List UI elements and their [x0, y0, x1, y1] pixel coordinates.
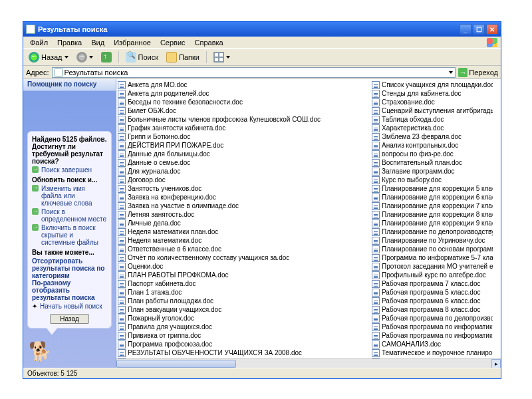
- file-item[interactable]: ДЕЙСТВИЯ ПРИ ПОЖАРЕ.doc: [118, 141, 369, 150]
- file-item[interactable]: Рабочая программа по делопроизводству.do…: [372, 314, 493, 323]
- file-item[interactable]: Сценарий выступления агитбригады ЮИД Кул…: [372, 106, 493, 115]
- file-item[interactable]: Анкета для МО.doc: [118, 80, 369, 89]
- file-item[interactable]: Протокол заседания МО учителей естествен…: [372, 262, 493, 271]
- views-button[interactable]: [211, 51, 233, 63]
- back-dropdown-icon[interactable]: [65, 56, 68, 59]
- file-item[interactable]: Паспорт кабинета.doc: [118, 279, 369, 288]
- file-item[interactable]: Рабочая программа 7 класс.doc: [372, 279, 493, 288]
- new-search-link[interactable]: Начать новый поиск: [40, 303, 102, 310]
- file-item[interactable]: Планирование для коррекции 6 класс.doc: [372, 193, 493, 201]
- search-button[interactable]: Поиск: [123, 51, 161, 63]
- file-item[interactable]: Неделя математики.doc: [118, 236, 369, 245]
- file-item[interactable]: Рабочая программа 8 класс.doc: [372, 305, 493, 314]
- minimize-button[interactable]: _: [460, 24, 471, 35]
- file-item[interactable]: Данные о семье.doc: [118, 158, 369, 167]
- forward-dropdown-icon[interactable]: [89, 56, 93, 59]
- scroll-thumb[interactable]: [116, 360, 236, 368]
- menu-fav[interactable]: Избранное: [110, 38, 155, 47]
- file-item[interactable]: Больничные листы членов профсоюза Кулешо…: [118, 115, 369, 124]
- address-field[interactable]: Результаты поиска: [52, 67, 456, 78]
- file-item[interactable]: Заявка на конференцию.doc: [118, 193, 369, 201]
- search-done-link[interactable]: Поиск завершен: [41, 166, 92, 174]
- file-item[interactable]: Пожарный уголок.doc: [118, 314, 369, 323]
- file-item[interactable]: Стенды для кабинета.doc: [372, 89, 493, 98]
- file-item[interactable]: Занятость учеников.doc: [118, 184, 369, 193]
- file-item[interactable]: Таблица обхода.doc: [372, 115, 493, 124]
- file-item[interactable]: Тематическое и поурочное планирование по…: [372, 348, 493, 357]
- file-item[interactable]: Планирование по Угриновичу.doc: [372, 236, 493, 245]
- file-item[interactable]: Рабочая программа 6 класс.doc: [372, 297, 493, 305]
- file-item[interactable]: Курс по выбору.doc: [372, 176, 493, 184]
- file-item[interactable]: САМОАНАЛИЗ.doc: [372, 340, 493, 348]
- file-item[interactable]: Билет ОБЖ.doc: [118, 106, 369, 115]
- menu-help[interactable]: Справка: [191, 38, 227, 47]
- file-item[interactable]: Анкета для родителей.doc: [118, 89, 369, 98]
- file-item[interactable]: Страхование.doc: [372, 98, 493, 106]
- file-item[interactable]: Данные для больницы.doc: [118, 150, 369, 158]
- menu-tools[interactable]: Сервис: [156, 38, 190, 47]
- horizontal-scrollbar[interactable]: ▸: [116, 358, 501, 368]
- doc-icon: [118, 306, 126, 314]
- file-item[interactable]: Заглавие программ.doc: [372, 167, 493, 176]
- file-item[interactable]: Рабочая программа по информатике для 10-…: [372, 323, 493, 331]
- file-item[interactable]: Правила для учащихся.doc: [118, 323, 369, 331]
- maximize-button[interactable]: ☐: [473, 24, 485, 35]
- file-item[interactable]: Договор.doc: [118, 176, 369, 184]
- menu-view[interactable]: Вид: [87, 38, 108, 47]
- file-item[interactable]: Эмблема 23 февраля.doc: [372, 132, 493, 141]
- file-item[interactable]: РЕЗУЛЬТАТЫ ОБУЧЕННОСТИ УЧАЩИХСЯ ЗА 2008.…: [118, 348, 369, 357]
- file-item[interactable]: План работы площадки.doc: [118, 297, 369, 305]
- file-item[interactable]: Анализ контрольных.doc: [372, 141, 493, 150]
- file-item[interactable]: Беседы по технике безопасности.doc: [118, 98, 369, 106]
- file-item[interactable]: вопросы по физ-ре.doc: [372, 150, 493, 158]
- file-item[interactable]: Планирование для коррекции 9 класс.doc: [372, 219, 493, 227]
- folders-button[interactable]: Папки: [164, 51, 202, 63]
- search-loc-link[interactable]: Поиск в определенном месте: [41, 208, 107, 223]
- titlebar[interactable]: Результаты поиска _ ☐ ✕: [23, 22, 501, 37]
- views-dropdown-icon[interactable]: [226, 56, 230, 59]
- include-hidden-link[interactable]: Включить в поиск скрытые и системные фай…: [41, 224, 107, 246]
- file-item[interactable]: Планирование по делопроизводству 11 клас…: [372, 227, 493, 236]
- file-item[interactable]: Отчёт по количественному составу учащихс…: [118, 253, 369, 262]
- file-item[interactable]: Планирование для коррекции 5 класс.doc: [372, 184, 493, 193]
- file-item[interactable]: Прививка от гриппа.doc: [118, 331, 369, 340]
- menu-file[interactable]: Файл: [26, 38, 52, 47]
- file-item[interactable]: Профильный курс по алгебре.doc: [372, 271, 493, 279]
- menu-edit[interactable]: Правка: [53, 38, 86, 47]
- file-item[interactable]: Воспитательный план.doc: [372, 158, 493, 167]
- close-button[interactable]: ✕: [486, 24, 498, 35]
- file-item[interactable]: Летняя занятость.doc: [118, 210, 369, 219]
- file-item[interactable]: Грипп и Боткино.doc: [118, 132, 369, 141]
- file-item[interactable]: Ответственные в 6 классе.doc: [118, 245, 369, 253]
- address-dropdown-icon[interactable]: [449, 71, 453, 74]
- file-item[interactable]: Планирование для коррекции 8 класс.doc: [372, 210, 493, 219]
- up-button[interactable]: [98, 51, 114, 63]
- file-item[interactable]: Оценки.doc: [118, 262, 369, 271]
- change-name-link[interactable]: Изменить имя файла или ключевые слова: [41, 185, 107, 207]
- file-item[interactable]: Рабочая программа 5 класс.doc: [372, 288, 493, 297]
- file-item[interactable]: График занятости кабинета.doc: [118, 124, 369, 132]
- file-item[interactable]: Планирование для коррекции 7 класс.doc: [372, 201, 493, 210]
- file-item[interactable]: План эвакуации учащихся.doc: [118, 305, 369, 314]
- back-balloon-button[interactable]: Назад: [50, 314, 89, 324]
- file-item[interactable]: План 1 этажа.doc: [118, 288, 369, 297]
- file-item[interactable]: Неделя математики план.doc: [118, 227, 369, 236]
- view-link[interactable]: По-разному отобразить результаты поиска: [32, 279, 95, 301]
- file-item[interactable]: Личные дела.doc: [118, 219, 369, 227]
- file-item[interactable]: Заявка на участие в олимпиаде.doc: [118, 201, 369, 210]
- file-item[interactable]: ПЛАН РАБОТЫ ПРОФКОМА.doc: [118, 271, 369, 279]
- file-item[interactable]: Характеристика.doc: [372, 124, 493, 132]
- file-item[interactable]: Планирование по основам программирования…: [372, 245, 493, 253]
- file-item[interactable]: Рабочая программа по информатике для 8 к…: [372, 331, 493, 340]
- file-item[interactable]: Программа по информатике 5-7 класс.doc: [372, 253, 493, 262]
- sort-link[interactable]: Отсортировать результаты поиска по катег…: [32, 257, 104, 279]
- back-button[interactable]: Назад: [26, 51, 71, 63]
- forward-button[interactable]: [74, 51, 96, 63]
- scroll-right-button[interactable]: ▸: [491, 359, 501, 368]
- file-item[interactable]: Программа профсоюза.doc: [118, 340, 369, 348]
- check-icon: →: [32, 166, 39, 173]
- go-button[interactable]: → Переход: [458, 68, 498, 77]
- file-item[interactable]: Список учащихся для площадки.doc: [372, 80, 493, 89]
- search-dog-icon[interactable]: 🐕: [29, 340, 52, 362]
- file-item[interactable]: Для журнала.doc: [118, 167, 369, 176]
